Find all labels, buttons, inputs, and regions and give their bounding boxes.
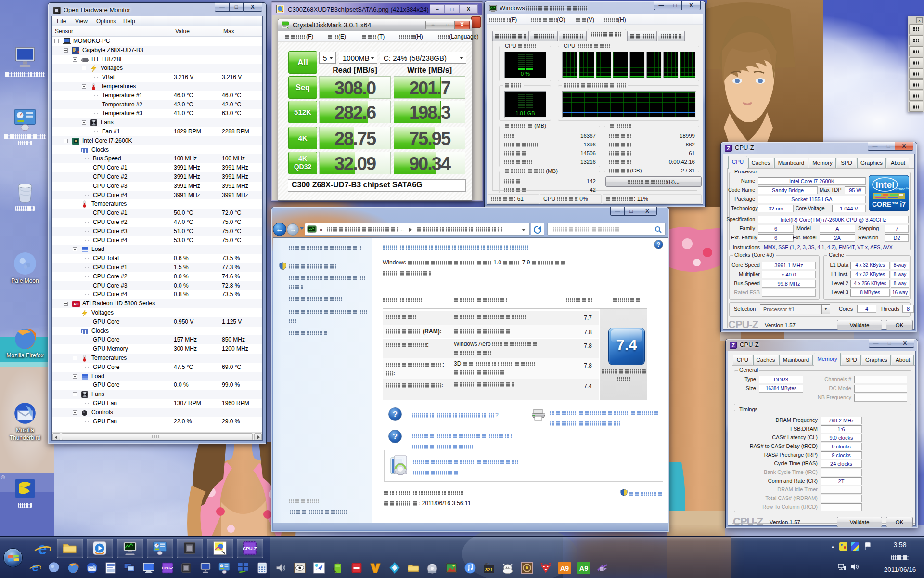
svg-text:CPU-Z: CPU-Z (243, 546, 257, 551)
svg-text:A9: A9 (579, 565, 588, 572)
svg-text:A9: A9 (560, 565, 569, 572)
svg-text:ATI: ATI (74, 302, 79, 306)
svg-text:321: 321 (485, 567, 493, 572)
svg-text:CPU-Z: CPU-Z (162, 566, 173, 570)
svg-text:CORE™ i7: CORE™ i7 (872, 200, 906, 208)
svg-text:inside™: inside™ (896, 187, 909, 191)
svg-text:intel: intel (875, 180, 894, 190)
